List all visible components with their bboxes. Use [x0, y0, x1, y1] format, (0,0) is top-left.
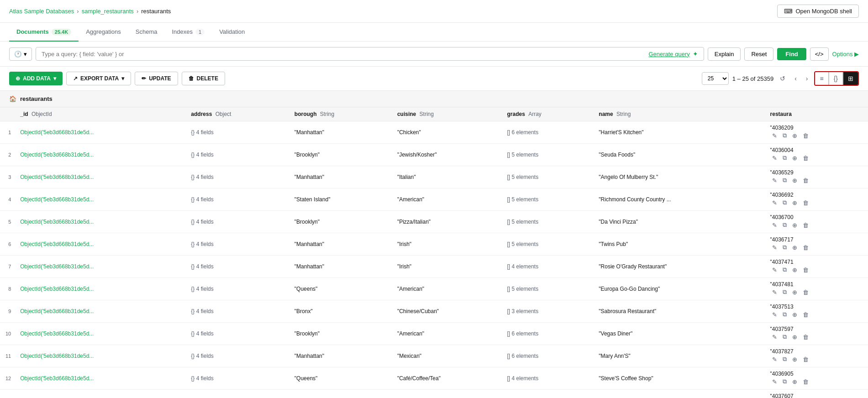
row-edit-button[interactable]: ✎	[770, 154, 779, 162]
row-edit-button[interactable]: ✎	[770, 355, 779, 364]
row-delete-button[interactable]: 🗑	[801, 199, 810, 207]
query-input[interactable]	[42, 51, 646, 58]
row-copy-button[interactable]: ⧉	[781, 176, 789, 185]
row-copy-button[interactable]: ⧉	[781, 377, 789, 386]
options-button[interactable]: Options ▶	[832, 51, 859, 58]
row-edit-button[interactable]: ✎	[770, 131, 779, 140]
row-clone-button[interactable]: ⊕	[790, 221, 799, 230]
row-clone-button[interactable]: ⊕	[790, 310, 799, 319]
object-id-link[interactable]: ObjectId('5eb3d668b31de5d...	[20, 219, 94, 225]
row-edit-button[interactable]: ✎	[770, 310, 779, 319]
list-view-button[interactable]: ≡	[815, 72, 828, 85]
cell-address: {} 4 fields	[185, 166, 289, 189]
row-delete-button[interactable]: 🗑	[801, 266, 810, 274]
row-actions: ✎ ⧉ ⊕ 🗑	[770, 332, 863, 341]
row-copy-button[interactable]: ⧉	[781, 220, 789, 230]
object-id-link[interactable]: ObjectId('5eb3d668b31de5d...	[20, 330, 94, 337]
cell-name: "Steve'S Coffee Shop"	[593, 367, 764, 390]
per-page-select[interactable]: 25 50 100	[702, 72, 729, 85]
row-clone-button[interactable]: ⊕	[790, 355, 799, 364]
row-edit-button[interactable]: ✎	[770, 243, 779, 252]
update-button[interactable]: ✏ UPDATE	[135, 72, 178, 85]
tab-schema-label: Schema	[136, 28, 158, 35]
row-clone-button[interactable]: ⊕	[790, 176, 799, 185]
row-copy-button[interactable]: ⧉	[781, 265, 789, 274]
col-name: name String	[593, 107, 764, 121]
row-copy-button[interactable]: ⧉	[781, 332, 789, 341]
breadcrumb-root[interactable]: Atlas Sample Databases	[9, 8, 74, 15]
row-edit-button[interactable]: ✎	[770, 266, 779, 274]
generate-query-link[interactable]: Generate query	[648, 51, 689, 58]
code-view-button[interactable]: </>	[810, 47, 829, 61]
explain-button[interactable]: Explain	[708, 47, 741, 61]
object-id-link[interactable]: ObjectId('5eb3d668b31de5d...	[20, 375, 94, 382]
export-data-button[interactable]: ↗ EXPORT DATA ▾	[66, 72, 131, 85]
object-id-link[interactable]: ObjectId('5eb3d668b31de5d...	[20, 241, 94, 247]
row-delete-button[interactable]: 🗑	[801, 333, 810, 341]
object-id-link[interactable]: ObjectId('5eb3d668b31de5d...	[20, 174, 94, 180]
cell-cuisine: "Café/Coffee/Tea"	[392, 367, 502, 390]
row-clone-button[interactable]: ⊕	[790, 154, 799, 162]
pagination-area: 25 50 100 1 – 25 of 25359 ↺ ‹ › ≡ {} ⊞	[702, 71, 859, 86]
row-delete-button[interactable]: 🗑	[801, 355, 810, 364]
row-copy-button[interactable]: ⧉	[781, 288, 789, 297]
next-page-button[interactable]: ›	[803, 73, 811, 84]
object-id-link[interactable]: ObjectId('5eb3d668b31de5d...	[20, 196, 94, 203]
object-id-link[interactable]: ObjectId('5eb3d668b31de5d...	[20, 152, 94, 158]
cell-address: {} 4 fields	[185, 300, 289, 323]
row-copy-button[interactable]: ⧉	[781, 153, 789, 162]
row-edit-button[interactable]: ✎	[770, 176, 779, 185]
add-data-button[interactable]: ⊕ ADD DATA ▾	[9, 72, 63, 85]
query-history-button[interactable]: 🕐 ▾	[9, 47, 32, 61]
row-clone-button[interactable]: ⊕	[790, 333, 799, 341]
delete-button[interactable]: 🗑 DELETE	[182, 72, 225, 85]
row-copy-button[interactable]: ⧉	[781, 355, 789, 364]
row-copy-button[interactable]: ⧉	[781, 310, 789, 319]
object-id-link[interactable]: ObjectId('5eb3d668b31de5d...	[20, 263, 94, 270]
row-copy-button[interactable]: ⧉	[781, 243, 789, 252]
reset-button[interactable]: Reset	[744, 47, 773, 61]
find-button[interactable]: Find	[777, 48, 806, 60]
row-delete-button[interactable]: 🗑	[801, 310, 810, 319]
breadcrumb-db[interactable]: sample_restaurants	[82, 8, 134, 15]
row-edit-button[interactable]: ✎	[770, 199, 779, 207]
row-delete-button[interactable]: 🗑	[801, 243, 810, 252]
prev-page-button[interactable]: ‹	[792, 73, 800, 84]
row-clone-button[interactable]: ⊕	[790, 243, 799, 252]
tab-aggregations[interactable]: Aggregations	[79, 23, 128, 42]
row-edit-button[interactable]: ✎	[770, 288, 779, 297]
json-view-button[interactable]: {}	[829, 72, 843, 85]
object-id-link[interactable]: ObjectId('5eb3d668b31de5d...	[20, 308, 94, 314]
row-delete-button[interactable]: 🗑	[801, 176, 810, 185]
open-shell-button[interactable]: ⌨ Open MongoDB shell	[777, 5, 859, 18]
row-edit-button[interactable]: ✎	[770, 221, 779, 230]
chevron-left-icon: ‹	[794, 75, 797, 82]
object-id-link[interactable]: ObjectId('5eb3d668b31de5d...	[20, 129, 94, 136]
row-delete-button[interactable]: 🗑	[801, 377, 810, 386]
row-edit-button[interactable]: ✎	[770, 333, 779, 341]
row-copy-button[interactable]: ⧉	[781, 131, 789, 140]
cell-id: ObjectId('5eb3d668b31de5d...	[15, 256, 185, 278]
row-clone-button[interactable]: ⊕	[790, 131, 799, 140]
cell-cuisine: "American"	[392, 189, 502, 211]
row-delete-button[interactable]: 🗑	[801, 131, 810, 140]
row-delete-button[interactable]: 🗑	[801, 288, 810, 297]
row-clone-button[interactable]: ⊕	[790, 199, 799, 207]
tab-indexes[interactable]: Indexes 1	[164, 23, 212, 42]
object-id-link[interactable]: ObjectId('5eb3d668b31de5d...	[20, 286, 94, 292]
tab-validation[interactable]: Validation	[212, 23, 252, 42]
row-clone-button[interactable]: ⊕	[790, 266, 799, 274]
object-id-link[interactable]: ObjectId('5eb3d668b31de5d...	[20, 353, 94, 359]
row-clone-button[interactable]: ⊕	[790, 288, 799, 297]
tab-aggregations-label: Aggregations	[86, 28, 121, 35]
tab-schema[interactable]: Schema	[128, 23, 165, 42]
row-clone-button[interactable]: ⊕	[790, 377, 799, 386]
refresh-button[interactable]: ↺	[777, 73, 788, 84]
row-delete-button[interactable]: 🗑	[801, 221, 810, 230]
tab-documents[interactable]: Documents 25.4K	[9, 23, 79, 42]
table-view-button[interactable]: ⊞	[843, 72, 858, 85]
row-copy-button[interactable]: ⧉	[781, 198, 789, 207]
cell-address: {} 4 fields	[185, 278, 289, 300]
row-edit-button[interactable]: ✎	[770, 377, 779, 386]
row-delete-button[interactable]: 🗑	[801, 154, 810, 162]
